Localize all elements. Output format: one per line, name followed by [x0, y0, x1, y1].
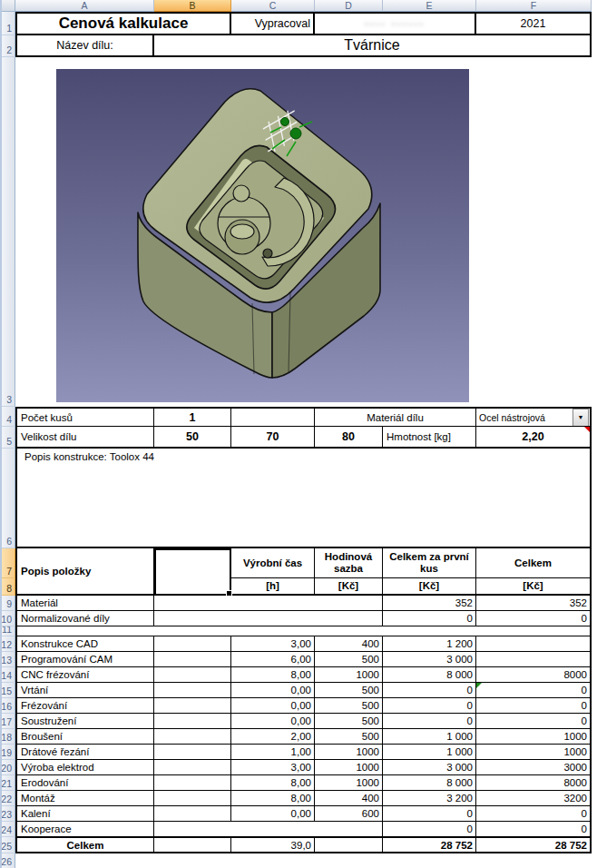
- cell-label[interactable]: Drátové řezání: [15, 745, 154, 760]
- part-3d-render[interactable]: [56, 69, 469, 402]
- selection-fill-handle[interactable]: [226, 590, 232, 597]
- cell-first[interactable]: 3 200: [383, 791, 476, 806]
- cell-label[interactable]: Montáž: [15, 791, 154, 806]
- cell-rate[interactable]: 500: [315, 652, 383, 667]
- cell-spacer[interactable]: [15, 626, 592, 636]
- cell-b-empty[interactable]: [154, 791, 231, 806]
- cell-weight-label[interactable]: Hmotnost [kg]: [383, 427, 476, 449]
- cell-d-empty[interactable]: [315, 837, 383, 853]
- cell-b-empty[interactable]: [154, 837, 231, 853]
- cell-size-y[interactable]: 70: [231, 427, 315, 449]
- col-header-a[interactable]: A: [15, 0, 154, 12]
- row-header-9[interactable]: 9: [0, 596, 15, 611]
- cell-label[interactable]: Frézování: [15, 698, 154, 714]
- cell-label[interactable]: Broušení: [15, 729, 154, 745]
- cell-label[interactable]: Programování CAM: [15, 652, 154, 667]
- cell-first[interactable]: 0: [383, 611, 476, 626]
- cell-weight-value[interactable]: 2,20: [476, 427, 592, 449]
- select-all-corner[interactable]: [0, 0, 15, 12]
- cell-label[interactable]: Výroba elektrod: [15, 760, 154, 775]
- cell-first[interactable]: 1 000: [383, 745, 476, 760]
- cell-label[interactable]: Kooperace: [15, 822, 154, 837]
- cell-item-header[interactable]: Popis položky: [15, 548, 154, 596]
- row-header-11[interactable]: 11: [0, 626, 15, 636]
- cell-label[interactable]: Normalizované díly: [15, 611, 154, 626]
- cell-b-empty[interactable]: [154, 745, 231, 760]
- cell-rate[interactable]: 1000: [315, 775, 383, 791]
- dropdown-button[interactable]: ▼: [573, 409, 589, 427]
- cell-rate-unit[interactable]: [Kč]: [315, 578, 383, 596]
- cell-hours[interactable]: 0,00: [231, 698, 315, 714]
- row-header-3[interactable]: 3: [0, 57, 15, 407]
- cell-total[interactable]: 1000: [476, 729, 592, 745]
- cell-rate[interactable]: 500: [315, 698, 383, 714]
- cell-first[interactable]: 0: [383, 822, 476, 837]
- cell-first[interactable]: 1 200: [383, 636, 476, 652]
- cell-grand-total[interactable]: 28 752: [476, 837, 592, 853]
- cell-total[interactable]: [476, 652, 592, 667]
- cell-hours[interactable]: 0,00: [231, 683, 315, 698]
- row-header-20[interactable]: 20: [0, 760, 15, 775]
- cell-material-label[interactable]: Materiál dílu: [315, 407, 476, 427]
- row-header-6[interactable]: 6: [0, 449, 15, 548]
- cell-time-header[interactable]: Výrobní čas: [231, 548, 315, 578]
- cell-total[interactable]: 0: [476, 698, 592, 714]
- cell-time-unit[interactable]: [h]: [231, 578, 315, 596]
- cell-label[interactable]: Materiál: [15, 596, 154, 611]
- cell-rate[interactable]: 1000: [315, 667, 383, 683]
- row-header-22[interactable]: 22: [0, 791, 15, 806]
- cell-total[interactable]: 0: [476, 806, 592, 822]
- cell-hours[interactable]: 8,00: [231, 667, 315, 683]
- cell-rate[interactable]: 600: [315, 806, 383, 822]
- cell-rate[interactable]: 500: [315, 714, 383, 729]
- cell-total[interactable]: 3000: [476, 760, 592, 775]
- cell-first[interactable]: 1 000: [383, 729, 476, 745]
- cell-rate[interactable]: 500: [315, 683, 383, 698]
- cell-first[interactable]: 3 000: [383, 652, 476, 667]
- cell-first[interactable]: 0: [383, 683, 476, 698]
- cell-total[interactable]: 8000: [476, 667, 592, 683]
- active-cell[interactable]: [154, 548, 231, 596]
- cell-b-empty[interactable]: [154, 698, 231, 714]
- cell-first[interactable]: 8 000: [383, 667, 476, 683]
- cell-title[interactable]: Cenová kalkulace: [15, 12, 231, 35]
- row-header-8-selected[interactable]: 8: [0, 578, 15, 596]
- cell-merged-empty[interactable]: [154, 596, 383, 611]
- cell-total[interactable]: 352: [476, 596, 592, 611]
- cell-merged-empty[interactable]: [154, 611, 383, 626]
- cell-rate[interactable]: 400: [315, 791, 383, 806]
- row-header-25[interactable]: 25: [0, 837, 15, 853]
- row-header-19[interactable]: 19: [0, 745, 15, 760]
- cell-total[interactable]: [476, 636, 592, 652]
- row-header-7-selected[interactable]: 7: [0, 548, 15, 578]
- cell-total-header[interactable]: Celkem: [476, 548, 592, 578]
- cell-empty-c4[interactable]: [231, 407, 315, 427]
- row-header-23[interactable]: 23: [0, 806, 15, 822]
- row-header-17[interactable]: 17: [0, 714, 15, 729]
- cell-total[interactable]: 0: [476, 822, 592, 837]
- cell-rate[interactable]: 1000: [315, 745, 383, 760]
- cell-hours-total[interactable]: 39,0: [231, 837, 315, 853]
- cell-size-label[interactable]: Velikost dílu: [15, 427, 154, 449]
- cell-qty-label[interactable]: Počet kusů: [15, 407, 154, 427]
- cell-hours[interactable]: 8,00: [231, 775, 315, 791]
- cell-year[interactable]: 2021: [476, 12, 592, 35]
- row-header-24[interactable]: 24: [0, 822, 15, 837]
- cell-rate[interactable]: 1000: [315, 760, 383, 775]
- cell-label[interactable]: Kalení: [15, 806, 154, 822]
- cell-rate[interactable]: 400: [315, 636, 383, 652]
- cell-first[interactable]: 0: [383, 806, 476, 822]
- row-header-12[interactable]: 12: [0, 636, 15, 652]
- cell-hours[interactable]: 3,00: [231, 760, 315, 775]
- cell-qty-value[interactable]: 1: [154, 407, 231, 427]
- cell-total[interactable]: 1000: [476, 745, 592, 760]
- cell-rate[interactable]: 500: [315, 729, 383, 745]
- cell-b-empty[interactable]: [154, 729, 231, 745]
- cell-part-name-label[interactable]: Název dílu:: [15, 35, 154, 57]
- row-header-14[interactable]: 14: [0, 667, 15, 683]
- cell-total[interactable]: 8000: [476, 775, 592, 791]
- cell-hours[interactable]: 2,00: [231, 729, 315, 745]
- row-header-21[interactable]: 21: [0, 775, 15, 791]
- row-header-26[interactable]: 26: [0, 853, 15, 868]
- cell-prepared-by-label[interactable]: Vypracoval: [231, 12, 315, 35]
